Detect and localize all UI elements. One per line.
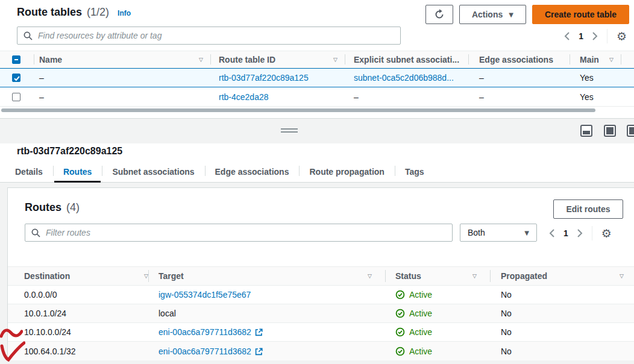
column-header-target[interactable]: Target ▽ — [148, 267, 385, 285]
column-header-status[interactable]: Status ▽ — [385, 267, 490, 285]
cell-name: – — [34, 73, 210, 83]
row-checkbox[interactable] — [12, 74, 20, 82]
panel-side-layout-icon[interactable] — [627, 125, 634, 137]
status-active-icon — [395, 290, 405, 300]
routes-pagination: 1 ⚙ — [548, 225, 613, 242]
cell-propagated: No — [490, 290, 634, 300]
cell-target: local — [148, 309, 385, 318]
external-link-icon — [255, 348, 263, 356]
refresh-icon — [434, 9, 445, 20]
tab-route-propagation[interactable]: Route propagation — [299, 161, 394, 182]
page-header: Route tables (1/2) Info Actions ▼ Create… — [17, 5, 629, 25]
column-header-name[interactable]: Name ▽ — [34, 51, 210, 67]
route-row: 10.0.1.0/24 local Active No — [8, 304, 634, 323]
split-panel-bar — [0, 118, 634, 143]
target-link[interactable]: igw-055374dc1f5e75e67 — [158, 290, 251, 300]
search-input[interactable] — [37, 27, 395, 44]
chevron-left-icon[interactable] — [563, 31, 571, 42]
tab-edge-associations[interactable]: Edge associations — [205, 161, 300, 182]
target-link[interactable]: eni-00ac6a797711d3682 — [158, 327, 251, 337]
edit-routes-button[interactable]: Edit routes — [553, 199, 623, 219]
selected-count: (1/2) — [87, 6, 109, 19]
resource-search — [17, 27, 401, 45]
column-header-propagated[interactable]: Propagated ▽ — [490, 267, 634, 285]
table-row[interactable]: – rtb-4ce2da28 – – Yes — [0, 87, 634, 107]
gear-icon: ⚙ — [617, 31, 627, 42]
caret-down-icon: ▼ — [509, 11, 513, 18]
tab-subnet-associations[interactable]: Subnet associations — [102, 161, 204, 182]
row-checkbox[interactable] — [12, 93, 20, 101]
cell-status: Active — [385, 347, 490, 356]
column-header-destination[interactable]: Destination ▽ — [8, 267, 148, 285]
status-active-icon — [395, 327, 405, 337]
page-number: 1 — [563, 228, 568, 238]
cell-status: Active — [385, 309, 490, 318]
sort-icon: ▽ — [333, 57, 337, 63]
cell-destination: 10.0.1.0/24 — [8, 309, 148, 318]
tab-details[interactable]: Details — [5, 161, 53, 182]
detail-panel-header: rtb-03d77af220c89a125 Details Routes Sub… — [0, 143, 634, 183]
actions-button[interactable]: Actions ▼ — [459, 5, 526, 24]
cell-explicit-subnet: – — [345, 92, 468, 102]
external-link-icon — [255, 328, 263, 336]
route-row: 100.64.0.1/32 eni-00ac6a797711d3682 — [8, 342, 634, 360]
column-header-edge-associations[interactable]: Edge associations — [468, 51, 570, 67]
panel-full-layout-icon[interactable] — [604, 125, 616, 137]
divider — [607, 29, 607, 43]
target-link[interactable]: eni-00ac6a797711d3682 — [158, 347, 251, 356]
route-row: 0.0.0.0/0 igw-055374dc1f5e75e67 Active N… — [8, 286, 634, 304]
status-active-icon — [395, 309, 405, 318]
column-header-extra — [621, 51, 634, 67]
cell-destination: 10.10.0.0/24 — [8, 327, 148, 337]
panel-size-buttons — [580, 125, 616, 137]
horizontal-scrollbar[interactable] — [1, 108, 595, 112]
selected-option: Both — [468, 228, 485, 237]
routes-card: Routes (4) Edit routes Both ▼ 1 — [7, 187, 634, 360]
header-actions: Actions ▼ Create route table — [425, 5, 629, 24]
cell-name: – — [34, 92, 210, 102]
refresh-button[interactable] — [425, 5, 453, 24]
tab-routes[interactable]: Routes — [53, 161, 102, 182]
cell-status: Active — [385, 327, 490, 337]
routes-card-title: Routes (4) — [25, 201, 80, 214]
page-title: Route tables (1/2) Info — [17, 6, 131, 19]
column-header-route-table-id[interactable]: Route table ID ▽ — [210, 51, 345, 67]
sort-icon: ▽ — [368, 273, 372, 279]
route-tables-table: Name ▽ Route table ID ▽ Explicit subnet … — [0, 51, 634, 107]
detail-tabs: Details Routes Subnet associations Edge … — [5, 161, 435, 182]
sort-icon: ▽ — [620, 273, 624, 279]
settings-button[interactable]: ⚙ — [615, 30, 628, 43]
routes-count: (4) — [66, 201, 80, 214]
status-active-icon — [395, 347, 405, 356]
tab-tags[interactable]: Tags — [395, 161, 435, 182]
route-table-id-link[interactable]: rtb-4ce2da28 — [219, 92, 269, 102]
filter-routes-input[interactable] — [45, 224, 447, 241]
column-header-main[interactable]: Main ▽ — [570, 51, 621, 67]
cell-main: Yes — [570, 73, 621, 83]
drag-handle[interactable] — [281, 128, 298, 134]
panel-bottom-layout-icon[interactable] — [580, 125, 592, 137]
chevron-right-icon[interactable] — [576, 228, 584, 239]
route-table-id-link[interactable]: rtb-03d77af220c89a125 — [219, 73, 309, 83]
chevron-right-icon[interactable] — [591, 31, 599, 42]
chevron-left-icon[interactable] — [548, 228, 556, 239]
select-all-checkbox[interactable] — [12, 55, 20, 64]
subnet-association-link[interactable]: subnet-0ca5c2d06b988d... — [354, 73, 454, 83]
table-row[interactable]: – rtb-03d77af220c89a125 subnet-0ca5c2d06… — [0, 68, 634, 87]
create-route-table-button[interactable]: Create route table — [532, 5, 629, 24]
search-icon — [24, 31, 33, 40]
cell-propagated: No — [490, 347, 634, 356]
cell-status: Active — [385, 290, 490, 300]
cell-main: Yes — [570, 92, 621, 102]
cell-destination: 0.0.0.0/0 — [8, 290, 148, 300]
settings-button[interactable]: ⚙ — [600, 227, 613, 240]
vpc-route-tables-screen: Route tables (1/2) Info Actions ▼ Create… — [0, 0, 634, 364]
routes-table: Destination ▽ Target ▽ Status ▽ Propagat… — [8, 266, 634, 360]
search-icon — [31, 228, 40, 237]
info-link[interactable]: Info — [118, 9, 131, 17]
gear-icon: ⚙ — [601, 228, 612, 239]
column-header-explicit-subnet[interactable]: Explicit subnet associati... — [345, 51, 468, 67]
page-number: 1 — [579, 31, 583, 41]
divider — [592, 226, 592, 240]
route-type-filter-select[interactable]: Both ▼ — [460, 224, 537, 242]
